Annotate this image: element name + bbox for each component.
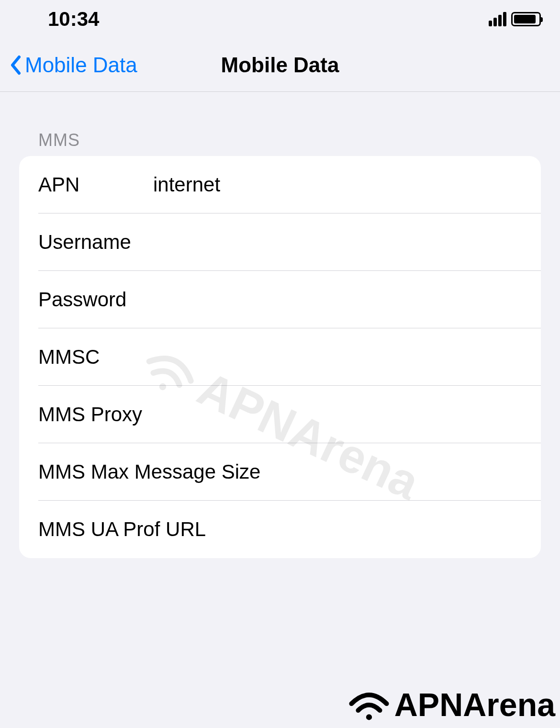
back-button[interactable]: Mobile Data — [10, 53, 137, 77]
row-label: Password — [38, 288, 153, 311]
row-label: MMS Proxy — [38, 403, 153, 426]
cellular-signal-icon — [489, 12, 506, 26]
svg-point-1 — [366, 714, 372, 720]
row-label: Username — [38, 231, 153, 254]
navigation-header: Mobile Data Mobile Data — [0, 38, 560, 92]
mmsc-input[interactable] — [153, 346, 522, 369]
row-label: MMS Max Message Size — [38, 460, 522, 483]
settings-row-mms-ua-prof[interactable]: MMS UA Prof URL — [19, 501, 541, 558]
settings-row-mms-max-size[interactable]: MMS Max Message Size — [19, 443, 541, 501]
row-label: MMS UA Prof URL — [38, 518, 522, 541]
chevron-left-icon — [10, 55, 21, 75]
settings-row-password[interactable]: Password — [19, 271, 541, 328]
password-input[interactable] — [153, 288, 522, 311]
battery-icon — [511, 12, 541, 26]
status-indicators — [489, 12, 541, 26]
settings-row-username[interactable]: Username — [19, 213, 541, 271]
section-header-mms: MMS — [19, 130, 541, 156]
page-title: Mobile Data — [221, 53, 339, 77]
row-label: MMSC — [38, 346, 153, 369]
back-label: Mobile Data — [25, 53, 137, 77]
status-time: 10:34 — [48, 8, 99, 31]
wifi-icon — [347, 688, 391, 721]
content: MMS APN Username Password MMSC MMS Proxy… — [0, 92, 560, 558]
settings-row-mmsc[interactable]: MMSC — [19, 328, 541, 386]
watermark-bottom: APNArena — [347, 686, 555, 723]
status-bar: 10:34 — [0, 0, 560, 38]
settings-group-mms: APN Username Password MMSC MMS Proxy MMS… — [19, 156, 541, 558]
settings-row-apn[interactable]: APN — [19, 156, 541, 213]
settings-row-mms-proxy[interactable]: MMS Proxy — [19, 386, 541, 443]
watermark-text: APNArena — [394, 686, 555, 723]
mms-proxy-input[interactable] — [153, 403, 522, 426]
row-label: APN — [38, 173, 153, 196]
username-input[interactable] — [153, 231, 522, 254]
apn-input[interactable] — [153, 173, 522, 196]
